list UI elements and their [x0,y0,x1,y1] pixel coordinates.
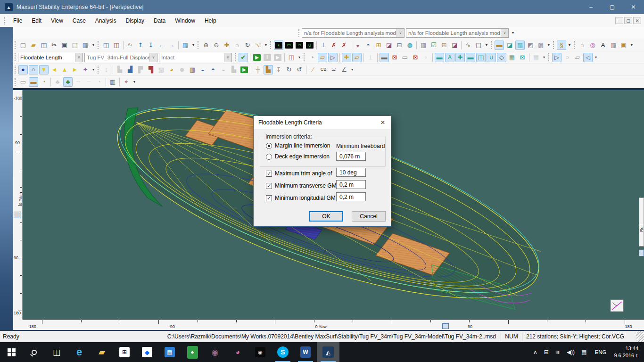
yaw-slider[interactable] [442,323,449,329]
shade-deck-icon[interactable]: ▬ [435,53,444,62]
shade-compartment-icon[interactable]: ∪ [487,53,496,62]
sort-data-icon[interactable]: A↓ [125,41,135,50]
contour-solid-icon[interactable]: ▬ [29,77,38,87]
grid-label-icon[interactable]: ◩ [526,41,535,50]
longitudinal-strength-icon[interactable]: ▥ [188,65,197,74]
max-trim-angle-field[interactable]: 10 deg [336,168,366,177]
section-magnify-icon[interactable]: ▷ [328,53,338,62]
hull-sections-icon[interactable]: ▱ [318,53,327,62]
preferences-icon[interactable]: ▣ [619,41,628,50]
paste-icon[interactable]: ▤ [70,41,80,50]
roll-ruler[interactable]: Roll [639,197,644,247]
add-column-icon[interactable]: ◫ [101,41,111,50]
toolbar-overflow-icon[interactable]: ▾ [265,43,267,47]
block-coefficient-icon[interactable]: CB [319,65,328,74]
cancel-button[interactable]: Cancel [352,211,386,222]
balance-weights-icon[interactable]: ↕ [101,65,111,74]
radio-unselected-icon[interactable] [266,154,272,160]
toolbar-overflow-icon[interactable]: ▾ [92,43,94,47]
light-down-icon[interactable]: ▼ [39,65,49,74]
loadcase-select-icon[interactable]: ◫ [287,53,296,62]
maxsurf-taskbar-icon[interactable]: ◭ [317,342,339,362]
input-table-icon[interactable]: ▦ [419,41,428,50]
toolbar-overflow-icon[interactable]: ▾ [595,55,597,59]
insert-row-below-icon[interactable]: ↧ [146,41,156,50]
resume-analysis-icon[interactable]: ▶ [273,53,282,62]
limiting-kg-icon[interactable]: ☻ [177,65,187,74]
plan-view-icon[interactable]: ▭ [284,41,294,50]
zoom-in-icon[interactable]: ⊕ [201,41,211,50]
batch-analysis-icon[interactable]: ▶ [239,65,249,74]
tank-calibrations-icon[interactable]: ◒ [198,65,207,74]
probe-measure-icon[interactable]: ∠ [339,65,349,74]
menu-file[interactable]: File [8,17,27,24]
menu-grip[interactable] [4,17,5,25]
toolbar-grip[interactable] [15,53,16,61]
toolbar-grip[interactable] [15,66,16,74]
format-table-icon[interactable]: ▦ [609,41,618,50]
resize-grip[interactable] [636,331,644,342]
ruler-toggle-icon[interactable]: ▬ [495,41,504,50]
menu-window[interactable]: Window [170,17,200,24]
filter-table-icon[interactable]: ◪ [450,41,459,50]
home-view-icon[interactable]: ⌂ [232,41,242,50]
toolbar-overflow-icon[interactable]: ▾ [548,43,550,47]
tank-calibration-icon[interactable]: ◓ [363,41,373,50]
ship-view-icon[interactable]: ▙ [264,65,273,74]
margin-line-immersion-radio[interactable]: Margin line immersion [266,142,330,149]
contour-thin-icon[interactable]: ▭ [18,77,28,87]
action-center-icon[interactable]: ▤ [578,349,590,355]
data-grid-icon[interactable]: ▦ [531,53,541,62]
balance-probe-icon[interactable]: ⊥ [366,53,375,62]
shade-clear-icon[interactable]: ⊠ [518,53,527,62]
font-icon[interactable]: A [598,41,608,50]
equilibrium-icon[interactable]: ▛ [136,65,145,74]
pitch-slider[interactable] [14,212,21,218]
minimize-button[interactable]: – [580,0,602,14]
circle-display-icon[interactable]: ○ [562,53,572,62]
solitaire-icon[interactable]: ♠ [181,342,204,362]
start-analysis-icon[interactable]: ▶ [252,53,262,62]
delete-all-loadcases-icon[interactable]: ✗ [339,41,349,50]
sounding-tank-icon[interactable]: ◒ [353,41,363,50]
tank-fluids-icon[interactable]: ▱ [352,53,362,62]
toolbar-grip[interactable] [198,41,198,49]
clear-render-icon[interactable]: ⊠ [390,53,399,62]
tag-label-icon[interactable]: ◪ [505,41,514,50]
render-outline-icon[interactable]: ▭ [400,53,410,62]
sail-plan-icon[interactable]: ◔ [307,53,317,62]
plum-app-icon[interactable]: ◉ [204,342,226,362]
toolbar-overflow-icon[interactable]: ▾ [512,31,514,35]
maximize-button[interactable]: ▢ [602,0,623,14]
default-view-icon[interactable]: ⌂ [578,41,587,50]
tray-expand-icon[interactable]: ∧ [530,349,541,355]
pitch-ruler[interactable]: -180-900 Pitch90180 [13,90,23,320]
toolbar-overflow-icon[interactable]: ▾ [631,43,633,47]
toolbar-grip[interactable] [298,29,299,37]
kn-values-icon[interactable]: ◕ [167,65,176,74]
paint-app-icon[interactable]: ◕ [226,342,249,362]
delete-column-icon[interactable]: ◫ [112,41,121,50]
zoom-out-icon[interactable]: ⊖ [212,41,221,50]
compartments-definition-icon[interactable]: ◓ [208,65,218,74]
section-cut-icon[interactable]: ◔ [39,77,49,87]
file-explorer-icon[interactable]: ▰ [91,342,113,362]
menu-view[interactable]: View [46,17,68,24]
rotate-model-icon[interactable]: ↻ [284,65,294,74]
floodable-length-icon[interactable]: ◒ [219,65,228,74]
checkbox-checked-icon[interactable]: ✓ [266,195,272,201]
toolbar-overflow-icon[interactable]: ▾ [569,43,570,47]
dropbox-icon[interactable]: ◆ [136,342,158,362]
toolbar-grip[interactable] [491,41,492,49]
script-icon[interactable]: § [557,41,566,50]
wifi-icon[interactable]: ≋ [552,349,563,355]
min-transverse-gm-checkbox[interactable]: ✓ Minimum transverse GM of [266,182,343,189]
probabilistic-damage-icon[interactable]: ▨ [157,65,166,74]
skype-icon[interactable]: S [272,342,294,362]
windows-store-icon[interactable]: ⊞ [113,342,136,362]
beam-measure-icon[interactable]: ≍ [329,65,339,74]
loadcase-weight-icon[interactable]: ⊥ [319,41,328,50]
toolbar-grip[interactable] [548,53,549,61]
environment-off-icon[interactable]: ♣ [53,77,62,87]
report-icon[interactable]: ▤ [474,41,483,50]
